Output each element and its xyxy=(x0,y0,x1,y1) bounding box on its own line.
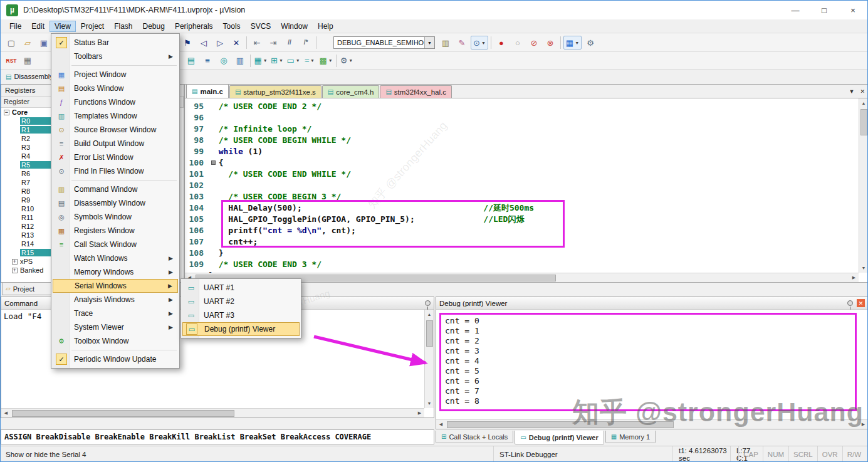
expand-icon[interactable]: + xyxy=(12,268,18,273)
open-file-icon[interactable]: ▱ xyxy=(20,36,35,50)
scrollbar-thumb[interactable] xyxy=(860,109,867,135)
viewer-horizontal-scrollbar[interactable]: ◀ ▶ xyxy=(436,419,868,429)
save-icon[interactable]: ▣ xyxy=(36,36,51,50)
menu-item-analysis-windows[interactable]: Analysis Windows▶ xyxy=(53,293,178,307)
menu-item-project-window[interactable]: ▦Project Window xyxy=(53,68,178,81)
menu-edit[interactable]: Edit xyxy=(26,21,50,32)
system-viewer-icon[interactable]: ▩▼ xyxy=(318,54,333,68)
menu-item-serial-windows[interactable]: Serial Windows▶ xyxy=(53,279,178,293)
panel-tab-debug-printf-viewer[interactable]: ▭Debug (printf) Viewer xyxy=(515,431,604,444)
scroll-up-icon[interactable]: ▲ xyxy=(425,310,434,319)
menu-item-trace[interactable]: Trace▶ xyxy=(53,307,178,320)
menu-item-uart-3[interactable]: ▭UART #3 xyxy=(182,308,300,322)
scroll-left-icon[interactable]: ◀ xyxy=(436,420,446,429)
menu-svcs[interactable]: SVCS xyxy=(246,21,276,32)
scroll-down-icon[interactable]: ▼ xyxy=(425,399,434,408)
close-button[interactable]: × xyxy=(839,1,867,19)
scroll-right-icon[interactable]: ▶ xyxy=(859,420,868,429)
menu-item-toolbars[interactable]: Toolbars▶ xyxy=(53,50,178,63)
analysis-windows-icon[interactable]: ≈▼ xyxy=(302,54,317,68)
menu-item-books-window[interactable]: ▤Books Window xyxy=(53,81,178,95)
menu-item-call-stack-window[interactable]: ≡Call Stack Window xyxy=(53,238,178,251)
registers-toolbar-icon[interactable]: ▦ xyxy=(20,54,35,68)
target-select-combo[interactable]: DEBUG_ENABLE_SEMIHO▼ xyxy=(333,36,435,49)
viewer-content[interactable]: cnt = 0cnt = 1cnt = 2cnt = 3cnt = 4cnt =… xyxy=(436,310,868,419)
options-wrench-icon[interactable]: ⚙ xyxy=(583,36,598,50)
menu-item-toolbox-window[interactable]: ⚙Toolbox Window xyxy=(53,334,178,348)
breakpoint-disable-all-icon[interactable]: ⊘ xyxy=(526,36,541,50)
menu-item-system-viewer[interactable]: System Viewer▶ xyxy=(53,320,178,334)
search-icon[interactable]: ⊙▼ xyxy=(471,36,488,50)
command-help-bar[interactable]: ASSIGN BreakDisable BreakEnable BreakKil… xyxy=(1,429,434,444)
pin-icon[interactable] xyxy=(425,300,431,306)
menu-item-symbols-window[interactable]: ◎Symbols Window xyxy=(53,210,178,224)
maximize-button[interactable]: □ xyxy=(810,1,839,19)
scroll-right-icon[interactable]: ▶ xyxy=(415,409,424,418)
outdent-icon[interactable]: ⇤ xyxy=(249,36,264,50)
code-line-102[interactable]: 102 xyxy=(185,180,859,191)
code-line-100[interactable]: 100 { xyxy=(185,157,859,169)
menu-item-command-window[interactable]: ▥Command Window xyxy=(53,182,178,196)
command-vertical-scrollbar[interactable]: ▲ ▼ xyxy=(424,310,434,408)
indent-icon[interactable]: ⇥ xyxy=(266,36,281,50)
menu-item-memory-windows[interactable]: Memory Windows▶ xyxy=(53,265,178,279)
panel-tab-memory-1[interactable]: ▦Memory 1 xyxy=(605,431,656,443)
code-line-97[interactable]: 97 /* Infinite loop */ xyxy=(185,123,859,135)
menu-item-templates-window[interactable]: ▥Templates Window xyxy=(53,109,178,123)
bookmark-toggle-icon[interactable]: ⚑ xyxy=(180,36,195,50)
minimize-button[interactable]: — xyxy=(781,1,810,19)
code-line-98[interactable]: 98 /* USER CODE BEGIN WHILE */ xyxy=(185,135,859,146)
disassembly-window-icon[interactable]: ≡ xyxy=(200,54,215,68)
editor-vertical-scrollbar[interactable]: ▲ ▼ xyxy=(859,98,868,273)
menu-item-build-output-window[interactable]: ≡Build Output Window xyxy=(53,137,178,150)
combo-dropdown-icon[interactable]: ▼ xyxy=(424,37,434,48)
code-line-99[interactable]: 99 while (1) xyxy=(185,146,859,157)
code-area[interactable]: 95 /* USER CODE END 2 */9697 /* Infinite… xyxy=(185,98,859,273)
menu-item-source-browser-window[interactable]: ⊙Source Browser Window xyxy=(53,123,178,137)
code-line-109[interactable]: 109 /* USER CODE END 3 */ xyxy=(185,259,859,270)
close-panel-icon[interactable]: ✕ xyxy=(857,299,865,307)
new-file-icon[interactable]: ▢ xyxy=(4,36,19,50)
scrollbar-track[interactable] xyxy=(446,420,859,429)
code-line-106[interactable]: 106 printf("cnt = %d\n", cnt); xyxy=(185,225,859,236)
editor-tab-core-cm4-h[interactable]: ▤core_cm4.h xyxy=(322,85,380,98)
code-line-101[interactable]: 101 /* USER CODE END WHILE */ xyxy=(185,169,859,180)
project-dock-tab[interactable]: ▱ Project xyxy=(2,283,55,295)
tab-list-dropdown-icon[interactable]: ▼ xyxy=(849,88,855,95)
menu-item-find-in-files-window[interactable]: ⊙Find In Files Window xyxy=(53,164,178,178)
code-line-103[interactable]: 103 /* USER CODE BEGIN 3 */ xyxy=(185,191,859,202)
menu-item-debug-printf-viewer[interactable]: ▭Debug (printf) Viewer xyxy=(182,322,300,336)
menu-tools[interactable]: Tools xyxy=(218,21,246,32)
bookmark-clear-icon[interactable]: ✕ xyxy=(229,36,244,50)
bookmark-prev-icon[interactable]: ◁ xyxy=(196,36,211,50)
menu-item-error-list-window[interactable]: ✗Error List Window xyxy=(53,150,178,164)
scrollbar-track[interactable] xyxy=(11,409,415,417)
scrollbar-thumb[interactable] xyxy=(426,320,433,347)
serial-windows-icon[interactable]: ▭▼ xyxy=(286,54,301,68)
code-line-107[interactable]: 107 cnt++; xyxy=(185,236,859,248)
highlight-icon[interactable]: ✎ xyxy=(454,36,469,50)
scrollbar-thumb[interactable] xyxy=(12,410,234,417)
memory-windows-icon[interactable]: ▦▼ xyxy=(253,54,268,68)
menu-item-registers-window[interactable]: ▦Registers Window xyxy=(53,224,178,238)
code-line-105[interactable]: 105 HAL_GPIO_TogglePin(GPIOA, GPIO_PIN_5… xyxy=(185,214,859,225)
menu-view[interactable]: View xyxy=(50,21,76,32)
menu-item-watch-windows[interactable]: Watch Windows▶ xyxy=(53,251,178,265)
close-file-icon[interactable]: ✕ xyxy=(860,88,865,95)
editor-tab-startup-stm32f411xe-s[interactable]: ▤startup_stm32f411xe.s xyxy=(229,85,322,98)
find-in-files-icon[interactable]: ▥ xyxy=(438,36,453,50)
menu-file[interactable]: File xyxy=(4,21,26,32)
uncomment-icon[interactable]: /* xyxy=(298,36,313,50)
bookmark-next-icon[interactable]: ▷ xyxy=(212,36,227,50)
breakpoint-kill-all-icon[interactable]: ⊗ xyxy=(543,36,558,50)
code-line-95[interactable]: 95 /* USER CODE END 2 */ xyxy=(185,101,859,112)
menu-item-uart-2[interactable]: ▭UART #2 xyxy=(182,295,300,308)
pin-icon[interactable] xyxy=(847,300,853,306)
scroll-down-icon[interactable]: ▼ xyxy=(859,263,868,273)
code-line-108[interactable]: 108 } xyxy=(185,248,859,259)
collapse-icon[interactable]: − xyxy=(4,110,9,115)
menu-project[interactable]: Project xyxy=(76,21,109,32)
code-line-104[interactable]: 104 HAL_Delay(500); //延时500ms xyxy=(185,202,859,214)
scroll-right-icon[interactable]: ▶ xyxy=(849,273,859,283)
panel-tab-call-stack-locals[interactable]: ⊞Call Stack + Locals xyxy=(436,431,513,443)
